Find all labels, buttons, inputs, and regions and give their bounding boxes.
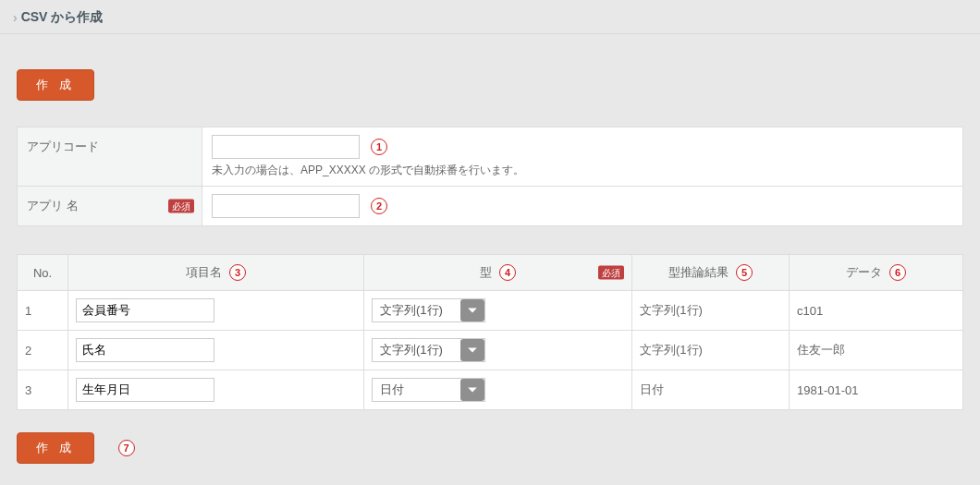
item-name-input[interactable] xyxy=(76,338,214,362)
annotation-marker-4: 4 xyxy=(499,264,516,281)
row-no: 1 xyxy=(18,291,68,331)
col-no: No. xyxy=(18,255,68,291)
type-select[interactable]: 文字列(1行) xyxy=(372,338,485,362)
page-title: › CSV から作成 xyxy=(13,9,103,26)
row-no: 2 xyxy=(18,331,68,370)
chevron-down-icon[interactable] xyxy=(460,379,484,401)
required-badge: 必須 xyxy=(168,200,194,213)
app-name-cell: 2 xyxy=(202,187,963,226)
col-data: データ 6 xyxy=(790,255,963,291)
app-code-cell: 1 未入力の場合は、APP_XXXXX の形式で自動採番を行います。 xyxy=(202,127,963,187)
annotation-marker-3: 3 xyxy=(229,264,246,281)
type-select[interactable]: 文字列(1行) xyxy=(372,298,485,322)
row-name-cell xyxy=(68,370,364,410)
item-name-input[interactable] xyxy=(76,298,214,322)
annotation-marker-5: 5 xyxy=(736,264,753,281)
table-row: 1文字列(1行)文字列(1行)c101 xyxy=(18,291,963,331)
row-infer: 日付 xyxy=(632,370,790,410)
row-type-cell: 文字列(1行) xyxy=(364,291,632,331)
annotation-marker-2: 2 xyxy=(371,198,387,214)
fields-table: No. 項目名 3 型 4 必須 型推論結果 xyxy=(17,254,963,410)
row-type-cell: 文字列(1行) xyxy=(364,331,632,370)
type-select[interactable]: 日付 xyxy=(372,378,485,402)
app-code-label: アプリコード xyxy=(18,127,202,187)
row-data: 1981-01-01 xyxy=(790,370,963,410)
app-name-label-cell: アプリ 名 必須 xyxy=(18,187,202,226)
type-select-text: 文字列(1行) xyxy=(373,299,460,321)
row-data: c101 xyxy=(790,291,963,331)
table-row: 3日付日付1981-01-01 xyxy=(18,370,963,410)
annotation-marker-6: 6 xyxy=(889,264,906,281)
page-title-text: CSV から作成 xyxy=(21,9,104,26)
page-header: › CSV から作成 xyxy=(0,0,980,34)
row-no: 3 xyxy=(18,370,68,410)
item-name-input[interactable] xyxy=(76,378,214,402)
row-name-cell xyxy=(68,331,364,370)
row-name-cell xyxy=(68,291,364,331)
type-select-text: 日付 xyxy=(373,379,460,401)
required-badge: 必須 xyxy=(598,266,624,280)
row-data: 住友一郎 xyxy=(790,331,963,370)
col-item-name: 項目名 3 xyxy=(68,255,364,291)
annotation-marker-7: 7 xyxy=(118,440,135,456)
table-row: 2文字列(1行)文字列(1行)住友一郎 xyxy=(18,331,963,370)
app-name-label: アプリ 名 xyxy=(27,199,79,212)
row-type-cell: 日付 xyxy=(364,370,632,410)
annotation-marker-1: 1 xyxy=(371,139,387,155)
chevron-down-icon[interactable] xyxy=(460,339,484,361)
row-infer: 文字列(1行) xyxy=(632,331,790,370)
app-code-input[interactable] xyxy=(212,135,360,159)
chevron-down-icon[interactable] xyxy=(460,299,484,321)
create-button-bottom[interactable]: 作 成 xyxy=(17,432,94,464)
type-select-text: 文字列(1行) xyxy=(373,339,460,361)
app-form-table: アプリコード 1 未入力の場合は、APP_XXXXX の形式で自動採番を行います… xyxy=(17,127,963,226)
col-type: 型 4 必須 xyxy=(364,255,632,291)
col-infer: 型推論結果 5 xyxy=(632,255,790,291)
app-code-hint: 未入力の場合は、APP_XXXXX の形式で自動採番を行います。 xyxy=(212,163,953,178)
create-button-top[interactable]: 作 成 xyxy=(17,69,94,101)
chevron-right-icon: › xyxy=(13,10,18,25)
row-infer: 文字列(1行) xyxy=(632,291,790,331)
app-name-input[interactable] xyxy=(212,194,360,218)
